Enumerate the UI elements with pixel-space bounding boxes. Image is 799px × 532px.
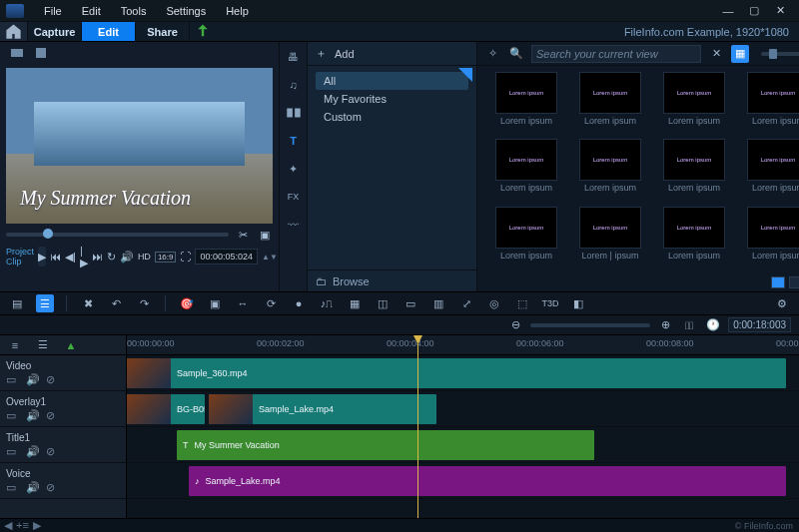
pin-icon[interactable] [458, 68, 472, 82]
aspect-label[interactable]: 16:9 [155, 252, 177, 263]
close-button[interactable]: ✕ [767, 0, 793, 22]
speed-icon[interactable]: ● [290, 294, 308, 312]
track-lock-icon[interactable]: ⊘ [46, 409, 58, 421]
preview-scrubber[interactable] [6, 233, 229, 237]
record-icon[interactable]: 🎯 [178, 294, 196, 312]
timeline-clip[interactable]: BG-B05.jpg [127, 394, 205, 424]
tree-item-all[interactable]: All [316, 72, 468, 90]
preview-add-clip-icon[interactable] [34, 46, 48, 60]
rail-audio-icon[interactable]: ♫ [285, 76, 303, 94]
tree-item-favorites[interactable]: My Favorites [316, 90, 468, 108]
lib-view-btn-1[interactable] [771, 276, 785, 288]
upload-icon[interactable] [190, 22, 216, 41]
chroma-icon[interactable]: ▦ [346, 294, 364, 312]
go-start-button[interactable]: ⏮ [50, 249, 61, 265]
library-thumbnail[interactable]: Lorem ipsum [579, 207, 641, 249]
prev-frame-button[interactable]: ◀| [65, 249, 76, 265]
undo-button[interactable]: ↶ [107, 294, 125, 312]
library-thumbnail[interactable]: Lorem ipsum [663, 139, 725, 181]
zoom-in-button[interactable]: ⊕ [656, 316, 674, 334]
track-visibility-icon[interactable]: ▭ [6, 409, 18, 421]
track-lock-icon[interactable]: ⊘ [46, 481, 58, 493]
rail-transition-icon[interactable] [285, 104, 303, 122]
library-thumbnail[interactable]: Lorem ipsum [747, 207, 799, 249]
thumb-size-slider[interactable] [761, 52, 799, 56]
browse-label[interactable]: Browse [333, 275, 370, 287]
track-visibility-icon[interactable]: ▭ [6, 481, 18, 493]
timeline-clip[interactable]: Sample_360.mp4 [127, 358, 786, 388]
timeline-clip[interactable]: TMy Summer Vacation [177, 430, 594, 460]
track-list-icon[interactable]: ≡ [6, 336, 24, 354]
add-track-right-icon[interactable]: ▶ [33, 519, 41, 532]
track-lock-icon[interactable]: ⊘ [46, 445, 58, 457]
preview-tab-icon[interactable] [10, 46, 24, 60]
library-thumbnail[interactable]: Lorem ipsum [495, 72, 557, 114]
track-motion-icon[interactable]: ◎ [485, 294, 503, 312]
minimize-button[interactable]: — [715, 0, 741, 22]
lib-filter-icon[interactable]: ✧ [483, 45, 501, 63]
add-track-left-icon[interactable]: ◀ [4, 519, 12, 532]
preview-player[interactable]: My Summer Vacation [6, 68, 273, 224]
menu-help[interactable]: Help [216, 5, 259, 17]
next-frame-button[interactable]: |▶ [80, 249, 88, 265]
track-mute-icon[interactable]: 🔊 [26, 409, 38, 421]
reverse-icon[interactable]: ⟳ [262, 294, 280, 312]
rail-graphics-icon[interactable]: ✦ [285, 160, 303, 178]
pan-zoom-icon[interactable]: ⤢ [457, 294, 475, 312]
track-mute-icon[interactable]: 🔊 [26, 373, 38, 385]
timeline-clip[interactable]: ♪Sample_Lake.mp4 [189, 466, 786, 496]
hd-label[interactable]: HD [138, 252, 151, 262]
rail-title-icon[interactable]: T [285, 132, 303, 150]
browse-icon[interactable]: 🗀 [316, 275, 327, 287]
go-end-button[interactable]: ⏭ [92, 249, 103, 265]
split-icon[interactable]: ✂ [235, 227, 251, 243]
tree-item-custom[interactable]: Custom [316, 108, 468, 126]
audio-mix-icon[interactable]: ♪⎍ [318, 294, 336, 312]
library-thumbnail[interactable]: Lorem ipsum [579, 139, 641, 181]
menu-tools[interactable]: Tools [111, 5, 157, 17]
redo-button[interactable]: ↷ [135, 294, 153, 312]
rail-fx-icon[interactable]: FX [285, 188, 303, 206]
library-thumbnail[interactable]: Lorem ipsum [495, 139, 557, 181]
track-menu-icon[interactable]: ☰ [34, 336, 52, 354]
loop-button[interactable]: ↻ [107, 249, 116, 265]
tool-options-icon[interactable]: ✖ [79, 294, 97, 312]
zoom-fit-button[interactable]: ⊕⃝ [680, 316, 698, 334]
tab-edit[interactable]: Edit [82, 22, 136, 41]
track-mute-icon[interactable]: 🔊 [26, 445, 38, 457]
library-thumbnail[interactable]: Lorem ipsum [663, 207, 725, 249]
volume-button[interactable]: 🔊 [120, 249, 134, 265]
add-folder-button[interactable]: ＋ [316, 46, 327, 61]
library-thumbnail[interactable]: Lorem ipsum [495, 207, 557, 249]
storyboard-view-icon[interactable]: ▤ [8, 294, 26, 312]
home-button[interactable] [0, 22, 28, 41]
tab-share[interactable]: Share [136, 22, 190, 41]
library-thumbnail[interactable]: Lorem ipsum [663, 72, 725, 114]
track-mute-icon[interactable]: 🔊 [26, 481, 38, 493]
library-thumbnail[interactable]: Lorem ipsum [579, 72, 641, 114]
multi-trim-icon[interactable]: ▭ [401, 294, 419, 312]
timeline-settings-icon[interactable]: ⚙ [773, 294, 791, 312]
mask-icon[interactable]: ⬚ [513, 294, 531, 312]
mode-clip-label[interactable]: Clip [6, 257, 34, 266]
maximize-button[interactable]: ▢ [741, 0, 767, 22]
fullscreen-button[interactable]: ⛶ [180, 249, 191, 265]
tab-capture[interactable]: Capture [28, 22, 82, 41]
timeline-view-icon[interactable]: ☰ [36, 294, 54, 312]
play-button[interactable]: ▶ [38, 247, 46, 266]
library-thumbnail[interactable]: Lorem ipsum [747, 139, 799, 181]
menu-settings[interactable]: Settings [156, 5, 216, 17]
track-visibility-icon[interactable]: ▭ [6, 373, 18, 385]
zoom-out-button[interactable]: ⊖ [506, 316, 524, 334]
rail-media-icon[interactable]: 🖶 [285, 48, 303, 66]
menu-file[interactable]: File [34, 5, 72, 17]
split-screen-icon[interactable]: ▥ [429, 294, 447, 312]
menu-edit[interactable]: Edit [72, 5, 111, 17]
preview-timecode[interactable]: 00:00:05:024 [195, 249, 258, 265]
track-lock-icon[interactable]: ⊘ [46, 373, 58, 385]
view-grid-toggle[interactable]: ▦ [731, 45, 749, 63]
library-thumbnail[interactable]: Lorem ipsum [747, 72, 799, 114]
track-marker-icon[interactable]: ▲ [62, 336, 80, 354]
rail-paths-icon[interactable]: 〰 [285, 216, 303, 234]
track-visibility-icon[interactable]: ▭ [6, 445, 18, 457]
